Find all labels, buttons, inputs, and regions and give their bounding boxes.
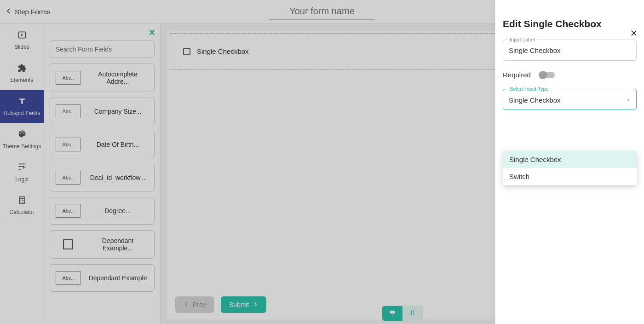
rail-label: Elements [10, 77, 33, 83]
text-field-icon: Abc.. [56, 171, 80, 185]
submit-label: Submit [229, 301, 249, 308]
mobile-icon [408, 309, 417, 318]
svg-point-5 [23, 200, 23, 201]
field-label: Company Size... [87, 108, 149, 115]
checkbox-icon[interactable] [183, 48, 190, 55]
fields-panel-close[interactable]: ✕ [149, 28, 155, 38]
dropdown-option-single-checkbox[interactable]: Single Checkbox [503, 151, 637, 168]
rail-item-theme-settings[interactable]: Theme Settings [0, 123, 44, 156]
checkbox-field-icon [63, 239, 73, 249]
close-icon: ✕ [149, 28, 155, 37]
rail-label: Theme Settings [2, 143, 41, 150]
required-label: Required [503, 71, 531, 79]
text-field-icon: Abc.. [56, 104, 80, 118]
chevron-left-icon [184, 301, 189, 308]
rail-item-calculator[interactable]: Calculator [0, 189, 44, 222]
edit-side-panel: Edit Single Checkbox Input Label Require… [495, 0, 644, 324]
device-switch [382, 306, 423, 321]
prev-label: Prev [193, 301, 206, 308]
select-input-type-field[interactable]: Select Input Type Single Checkbox [503, 89, 637, 110]
chevron-left-icon [6, 8, 12, 16]
text-field-icon: Abc.. [56, 71, 80, 85]
form-title-wrap [269, 4, 375, 20]
text-field-icon: Abc.. [56, 138, 80, 151]
field-label: Dependant Example... [87, 237, 149, 252]
fields-search-input[interactable] [50, 40, 155, 58]
rail-label: Slides [14, 44, 29, 50]
sliders-icon [17, 162, 27, 173]
palette-icon [17, 129, 27, 140]
field-label: Autocomplete Addre... [87, 70, 149, 85]
side-panel-close[interactable] [630, 29, 638, 39]
device-mobile-button[interactable] [402, 306, 423, 321]
field-label: Dependant Example [87, 274, 149, 282]
rail-label: Hubspot Fields [3, 110, 40, 116]
input-label-field[interactable]: Input Label [503, 40, 637, 61]
rail-item-elements[interactable]: Elements [0, 57, 44, 90]
svg-point-4 [22, 200, 23, 201]
input-label-input[interactable] [509, 46, 631, 54]
rail-label: Calculator [9, 209, 34, 215]
field-card[interactable]: Abc.. Dependant Example [50, 264, 155, 292]
side-panel-title: Edit Single Checkbox [503, 18, 637, 29]
rail-item-hubspot-fields[interactable]: Hubspot Fields [0, 90, 44, 123]
svg-point-7 [22, 202, 23, 202]
rail-label: Logic [15, 176, 29, 183]
svg-point-3 [20, 200, 21, 201]
text-icon [17, 97, 27, 107]
rail-item-logic[interactable]: Logic [0, 156, 44, 189]
required-row: Required [503, 71, 637, 79]
field-card[interactable]: Abc.. Degree... [50, 197, 155, 225]
svg-rect-2 [20, 198, 23, 199]
svg-point-12 [412, 314, 413, 314]
field-label: Deal_id_workflow... [87, 174, 149, 181]
svg-point-6 [20, 202, 21, 202]
submit-button[interactable]: Submit [221, 296, 267, 313]
field-card[interactable]: Abc.. Date Of Birth... [50, 131, 155, 158]
field-label: Select Input Type [508, 86, 551, 92]
field-card[interactable]: Dependant Example... [50, 230, 155, 259]
placed-field-label: Single Checkbox [197, 47, 249, 55]
caret-up-icon [626, 96, 631, 104]
svg-rect-9 [390, 311, 395, 313]
prev-button: Prev [175, 296, 214, 313]
field-card[interactable]: Abc.. Deal_id_workflow... [50, 164, 155, 191]
fields-panel: ✕ Abc.. Autocomplete Addre... Abc.. Comp… [44, 24, 161, 324]
slides-icon [17, 30, 27, 41]
fields-list: Abc.. Autocomplete Addre... Abc.. Compan… [50, 64, 155, 318]
field-card[interactable]: Abc.. Company Size... [50, 98, 155, 125]
rail-item-slides[interactable]: Slides [0, 24, 44, 57]
select-input-type-dropdown: Single Checkbox Switch [503, 151, 637, 185]
back-button[interactable]: Step Forms [6, 8, 51, 16]
svg-point-8 [23, 202, 23, 202]
field-card[interactable]: Abc.. Autocomplete Addre... [50, 64, 155, 92]
left-rail: Slides Elements Hubspot Fields Theme Set… [0, 24, 44, 324]
device-desktop-button[interactable] [382, 306, 402, 321]
svg-rect-10 [391, 314, 393, 314]
dropdown-option-switch[interactable]: Switch [503, 168, 637, 185]
puzzle-icon [17, 64, 27, 74]
required-toggle[interactable] [539, 72, 555, 78]
field-label: Degree... [87, 207, 149, 214]
select-value: Single Checkbox [509, 96, 561, 104]
back-label: Step Forms [15, 8, 51, 16]
form-title-input[interactable] [269, 4, 375, 20]
field-label: Date Of Birth... [87, 141, 149, 148]
chevron-right-icon [253, 301, 258, 308]
text-field-icon: Abc.. [56, 204, 80, 218]
close-icon [630, 30, 638, 38]
toggle-knob [539, 71, 547, 79]
calculator-icon [17, 196, 27, 206]
text-field-icon: Abc.. [56, 271, 80, 285]
desktop-icon [388, 309, 397, 318]
field-label: Input Label [508, 37, 536, 42]
